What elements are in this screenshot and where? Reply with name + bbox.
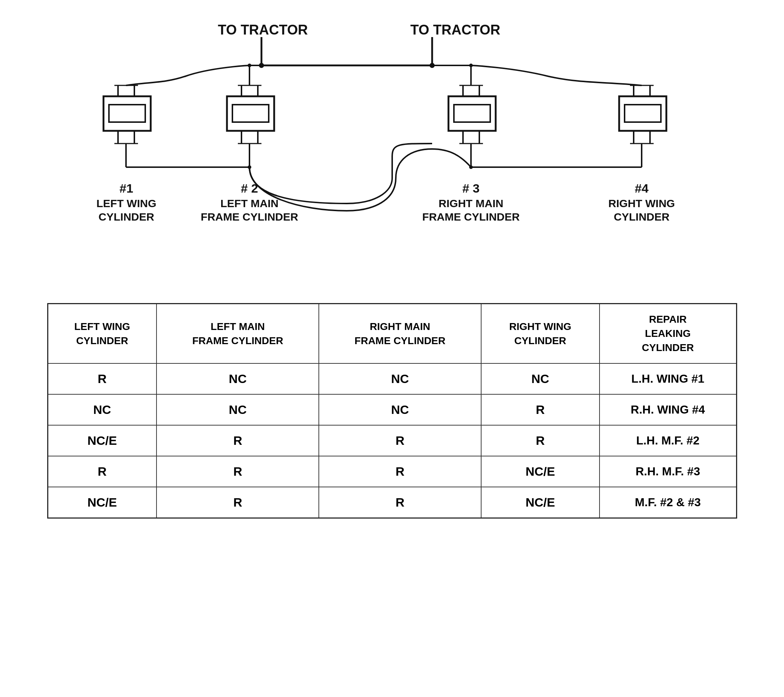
cell-rw-3: R (481, 425, 600, 456)
svg-text:RIGHT MAIN: RIGHT MAIN (438, 197, 503, 209)
svg-text:CYLINDER: CYLINDER (99, 211, 154, 223)
col-header-left-wing: LEFT WINGCYLINDER (48, 304, 156, 363)
cell-rmf-3: R (319, 425, 481, 456)
cell-lw-5: NC/E (48, 487, 156, 518)
svg-text:# 2: # 2 (241, 181, 258, 195)
col-header-left-main: LEFT MAINFRAME CYLINDER (156, 304, 319, 363)
cell-lw-4: R (48, 456, 156, 487)
cell-lmf-4: R (156, 456, 319, 487)
cell-rw-4: NC/E (481, 456, 600, 487)
cell-lmf-3: R (156, 425, 319, 456)
svg-text:FRAME CYLINDER: FRAME CYLINDER (422, 211, 520, 223)
cell-rmf-1: NC (319, 363, 481, 394)
cell-rmf-2: NC (319, 394, 481, 425)
cell-lw-2: NC (48, 394, 156, 425)
table-row: NC/E R R R L.H. M.F. #2 (48, 425, 736, 456)
table-row: NC/E R R NC/E M.F. #2 & #3 (48, 487, 736, 518)
svg-rect-79 (624, 105, 661, 122)
svg-text:RIGHT WING: RIGHT WING (608, 197, 675, 209)
table-header-row: LEFT WINGCYLINDER LEFT MAINFRAME CYLINDE… (48, 304, 736, 363)
svg-rect-71 (454, 105, 490, 122)
hydraulic-schematic: TO TRACTOR TO TRACTOR (47, 15, 737, 291)
col-header-right-wing: RIGHT WINGCYLINDER (481, 304, 600, 363)
data-table-section: LEFT WINGCYLINDER LEFT MAINFRAME CYLINDE… (47, 303, 737, 519)
tractor-label-left: TO TRACTOR (218, 22, 308, 38)
cell-lmf-5: R (156, 487, 319, 518)
col-header-right-main: RIGHT MAINFRAME CYLINDER (319, 304, 481, 363)
svg-rect-55 (109, 105, 145, 122)
cell-rmf-5: R (319, 487, 481, 518)
cell-repair-2: R.H. WING #4 (600, 394, 736, 425)
cell-rw-1: NC (481, 363, 600, 394)
svg-text:FRAME CYLINDER: FRAME CYLINDER (201, 211, 298, 223)
svg-text:#1: #1 (119, 181, 133, 195)
cell-lmf-1: NC (156, 363, 319, 394)
svg-text:CYLINDER: CYLINDER (614, 211, 670, 223)
svg-text:# 3: # 3 (462, 181, 479, 195)
svg-text:LEFT WING: LEFT WING (96, 197, 156, 209)
svg-text:LEFT MAIN: LEFT MAIN (221, 197, 278, 209)
diagram-container: TO TRACTOR TO TRACTOR (47, 15, 737, 292)
cell-lmf-2: NC (156, 394, 319, 425)
cell-repair-3: L.H. M.F. #2 (600, 425, 736, 456)
cell-rw-2: R (481, 394, 600, 425)
tractor-label-right: TO TRACTOR (410, 22, 501, 38)
cell-repair-4: R.H. M.F. #3 (600, 456, 736, 487)
cell-lw-1: R (48, 363, 156, 394)
col-header-repair: REPAIRLEAKINGCYLINDER (600, 304, 736, 363)
cell-lw-3: NC/E (48, 425, 156, 456)
table-body: R NC NC NC L.H. WING #1 NC NC NC R R.H. … (48, 363, 736, 518)
table-row: NC NC NC R R.H. WING #4 (48, 394, 736, 425)
cylinder-table: LEFT WINGCYLINDER LEFT MAINFRAME CYLINDE… (47, 303, 737, 519)
svg-rect-63 (232, 105, 269, 122)
cell-rw-5: NC/E (481, 487, 600, 518)
svg-text:#4: #4 (635, 181, 649, 195)
cell-repair-1: L.H. WING #1 (600, 363, 736, 394)
cell-repair-5: M.F. #2 & #3 (600, 487, 736, 518)
cell-rmf-4: R (319, 456, 481, 487)
page-container: TO TRACTOR TO TRACTOR (0, 0, 784, 697)
table-row: R R R NC/E R.H. M.F. #3 (48, 456, 736, 487)
table-row: R NC NC NC L.H. WING #1 (48, 363, 736, 394)
